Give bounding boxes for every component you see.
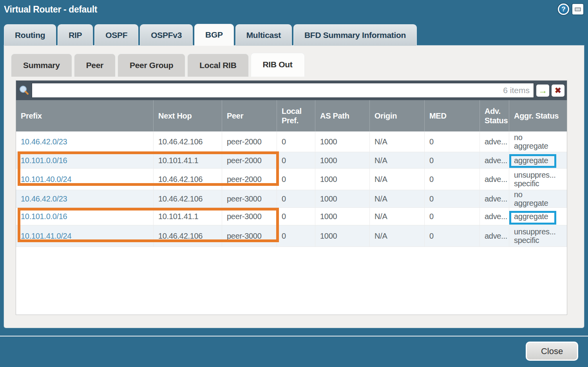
help-glyph: ? [561,5,565,13]
peer-cell: peer-2000 [222,169,277,190]
table-row: 10.101.40.0/24 10.46.42.106 peer-2000 0 … [16,169,567,190]
med-cell: 0 [424,131,479,152]
search-field: 6 items [32,83,534,98]
adv-status-cell: adve... [479,152,509,168]
med-cell: 0 [424,225,479,246]
table-row: 10.46.42.0/23 10.46.42.106 peer-2000 0 1… [16,131,567,152]
aggr-status-cell: unsuppres... specific [509,169,567,190]
peer-cell: peer-3000 [222,190,277,207]
prefix-cell[interactable]: 10.101.0.0/16 [16,208,153,225]
column-header-next-hop[interactable]: Next Hop [153,100,222,131]
origin-cell: N/A [369,208,424,225]
local-pref-cell: 0 [277,225,315,246]
adv-status-cell: adve... [479,190,509,207]
column-header-origin[interactable]: Origin [369,100,424,131]
as-path-cell: 1000 [315,208,369,225]
prefix-cell[interactable]: 10.46.42.0/23 [16,131,153,152]
search-icon [18,85,29,96]
aggr-status-cell: unsuppres... specific [509,225,567,246]
local-pref-cell: 0 [277,131,315,152]
main-tab-bar: Routing RIP OSPF OSPFv3 BGP Multicast BF… [4,24,417,46]
column-header-aggr-status[interactable]: Aggr. Status [509,100,567,131]
footer-divider [0,336,588,336]
column-header-prefix[interactable]: Prefix [16,100,153,131]
table-row: 10.101.0.0/16 10.101.41.1 peer-2000 0 10… [16,152,567,169]
as-path-cell: 1000 [315,131,369,152]
tab-multicast[interactable]: Multicast [235,24,292,46]
tab-ospfv3[interactable]: OSPFv3 [140,24,193,46]
apply-filter-button[interactable]: → [536,85,549,97]
prefix-cell[interactable]: 10.101.0.0/16 [16,152,153,168]
clear-filter-button[interactable]: ✖ [552,85,564,97]
tab-routing[interactable]: Routing [4,24,56,46]
aggr-status-cell: no aggregate [509,131,567,152]
column-header-local-pref[interactable]: Local Pref. [277,100,315,131]
subtab-peer[interactable]: Peer [74,54,116,77]
tab-ospf[interactable]: OSPF [94,24,138,46]
aggr-status-cell: aggregate [509,152,567,168]
subtab-rib-out[interactable]: RIB Out [251,53,305,77]
tab-rip[interactable]: RIP [58,24,93,46]
table-row: 10.46.42.0/23 10.46.42.106 peer-3000 0 1… [16,190,567,208]
green-arrow-icon: → [538,86,547,95]
subtab-summary[interactable]: Summary [11,54,72,77]
med-cell: 0 [424,208,479,225]
column-header-adv-status[interactable]: Adv. Status [479,100,509,131]
red-x-icon: ✖ [555,86,561,94]
window-glyph [575,7,581,11]
prefix-cell[interactable]: 10.46.42.0/23 [16,190,153,207]
med-cell: 0 [424,190,479,207]
next-hop-cell: 10.46.42.106 [153,225,222,246]
peer-cell: peer-2000 [222,131,277,152]
rib-out-grid: 6 items → ✖ Prefix Next Hop Peer Local P… [16,80,567,315]
med-cell: 0 [424,169,479,190]
med-cell: 0 [424,152,479,168]
aggr-status-cell: no aggregate [509,190,567,207]
as-path-cell: 1000 [315,225,369,246]
table-row: 10.101.41.0/24 10.46.42.106 peer-3000 0 … [16,225,567,247]
adv-status-cell: adve... [479,208,509,225]
as-path-cell: 1000 [315,169,369,190]
prefix-cell[interactable]: 10.101.41.0/24 [16,225,153,246]
adv-status-cell: adve... [479,225,509,246]
as-path-cell: 1000 [315,152,369,168]
as-path-cell: 1000 [315,190,369,207]
table-row: 10.101.0.0/16 10.101.41.1 peer-3000 0 10… [16,208,567,225]
next-hop-cell: 10.101.41.1 [153,152,222,168]
local-pref-cell: 0 [277,169,315,190]
next-hop-cell: 10.101.41.1 [153,208,222,225]
peer-cell: peer-3000 [222,225,277,246]
adv-status-cell: adve... [479,131,509,152]
origin-cell: N/A [369,169,424,190]
subtab-local-rib[interactable]: Local RIB [187,54,248,77]
origin-cell: N/A [369,152,424,168]
popout-window-icon[interactable] [572,4,583,14]
table-header-row: Prefix Next Hop Peer Local Pref. AS Path… [16,100,567,131]
next-hop-cell: 10.46.42.106 [153,169,222,190]
column-header-med[interactable]: MED [424,100,479,131]
local-pref-cell: 0 [277,152,315,168]
local-pref-cell: 0 [277,208,315,225]
next-hop-cell: 10.46.42.106 [153,131,222,152]
prefix-cell[interactable]: 10.101.40.0/24 [16,169,153,190]
dialog-title: Virtual Router - default [4,4,97,15]
sub-tab-bar: Summary Peer Peer Group Local RIB RIB Ou… [11,53,305,77]
search-bar: 6 items → ✖ [16,81,567,100]
peer-cell: peer-3000 [222,208,277,225]
aggr-status-cell: aggregate [509,208,567,225]
column-header-as-path[interactable]: AS Path [315,100,369,131]
next-hop-cell: 10.46.42.106 [153,190,222,207]
local-pref-cell: 0 [277,190,315,207]
tab-bfd-summary-information[interactable]: BFD Summary Information [293,24,417,46]
origin-cell: N/A [369,190,424,207]
search-input[interactable] [32,83,534,97]
subtab-peer-group[interactable]: Peer Group [118,54,185,77]
adv-status-cell: adve... [479,169,509,190]
help-icon[interactable]: ? [558,4,569,15]
column-header-peer[interactable]: Peer [222,100,277,131]
peer-cell: peer-2000 [222,152,277,168]
origin-cell: N/A [369,131,424,152]
close-button[interactable]: Close [526,342,578,361]
origin-cell: N/A [369,225,424,246]
tab-bgp[interactable]: BGP [194,24,234,46]
